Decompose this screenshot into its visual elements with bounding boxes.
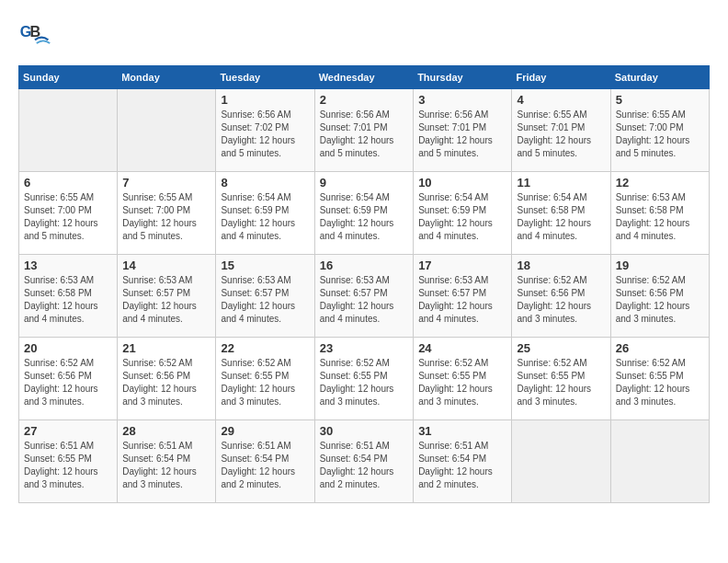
calendar-cell: 14Sunrise: 6:53 AM Sunset: 6:57 PM Dayli… (118, 255, 216, 338)
calendar-body: 1Sunrise: 6:56 AM Sunset: 7:02 PM Daylig… (19, 89, 710, 503)
calendar-cell: 13Sunrise: 6:53 AM Sunset: 6:58 PM Dayli… (19, 255, 118, 338)
day-number: 13 (24, 259, 112, 272)
day-number: 27 (24, 424, 112, 438)
day-number: 4 (517, 93, 605, 107)
day-number: 23 (320, 341, 408, 355)
day-detail: Sunrise: 6:53 AM Sunset: 6:58 PM Dayligh… (24, 274, 112, 326)
day-detail: Sunrise: 6:54 AM Sunset: 6:59 PM Dayligh… (418, 191, 506, 243)
weekday-row: SundayMondayTuesdayWednesdayThursdayFrid… (19, 66, 710, 89)
day-detail: Sunrise: 6:52 AM Sunset: 6:55 PM Dayligh… (517, 357, 605, 408)
day-detail: Sunrise: 6:52 AM Sunset: 6:56 PM Dayligh… (122, 357, 210, 408)
day-detail: Sunrise: 6:56 AM Sunset: 7:01 PM Dayligh… (418, 109, 506, 160)
calendar-cell: 16Sunrise: 6:53 AM Sunset: 6:57 PM Dayli… (314, 255, 413, 338)
calendar-cell: 12Sunrise: 6:53 AM Sunset: 6:58 PM Dayli… (610, 172, 709, 255)
page-header: G B (18, 18, 710, 52)
day-detail: Sunrise: 6:54 AM Sunset: 6:58 PM Dayligh… (517, 191, 605, 243)
weekday-header: Friday (512, 66, 610, 89)
calendar-cell: 23Sunrise: 6:52 AM Sunset: 6:55 PM Dayli… (314, 338, 413, 420)
day-detail: Sunrise: 6:53 AM Sunset: 6:57 PM Dayligh… (122, 274, 210, 326)
day-number: 2 (320, 93, 408, 107)
day-number: 31 (418, 424, 506, 438)
day-detail: Sunrise: 6:52 AM Sunset: 6:56 PM Dayligh… (616, 274, 704, 326)
calendar-cell (610, 420, 709, 503)
day-number: 16 (320, 259, 408, 272)
day-detail: Sunrise: 6:55 AM Sunset: 7:00 PM Dayligh… (616, 109, 704, 160)
calendar-cell: 30Sunrise: 6:51 AM Sunset: 6:54 PM Dayli… (314, 420, 413, 503)
day-detail: Sunrise: 6:52 AM Sunset: 6:55 PM Dayligh… (418, 357, 506, 408)
calendar-cell: 5Sunrise: 6:55 AM Sunset: 7:00 PM Daylig… (610, 89, 709, 172)
day-detail: Sunrise: 6:56 AM Sunset: 7:01 PM Dayligh… (320, 109, 408, 160)
calendar-week-row: 6Sunrise: 6:55 AM Sunset: 7:00 PM Daylig… (19, 172, 710, 255)
weekday-header: Sunday (19, 66, 118, 89)
calendar-cell: 31Sunrise: 6:51 AM Sunset: 6:54 PM Dayli… (414, 420, 512, 503)
calendar-week-row: 20Sunrise: 6:52 AM Sunset: 6:56 PM Dayli… (19, 338, 710, 420)
calendar-cell: 22Sunrise: 6:52 AM Sunset: 6:55 PM Dayli… (216, 338, 314, 420)
day-detail: Sunrise: 6:52 AM Sunset: 6:56 PM Dayligh… (24, 357, 112, 408)
weekday-header: Monday (118, 66, 216, 89)
calendar-cell: 18Sunrise: 6:52 AM Sunset: 6:56 PM Dayli… (512, 255, 610, 338)
day-number: 3 (418, 93, 506, 107)
calendar-cell: 21Sunrise: 6:52 AM Sunset: 6:56 PM Dayli… (118, 338, 216, 420)
weekday-header: Wednesday (314, 66, 413, 89)
day-detail: Sunrise: 6:55 AM Sunset: 7:00 PM Dayligh… (24, 191, 112, 243)
day-detail: Sunrise: 6:54 AM Sunset: 6:59 PM Dayligh… (320, 191, 408, 243)
calendar-cell: 19Sunrise: 6:52 AM Sunset: 6:56 PM Dayli… (610, 255, 709, 338)
logo-icon: G B (18, 18, 51, 52)
day-detail: Sunrise: 6:51 AM Sunset: 6:55 PM Dayligh… (24, 440, 112, 491)
calendar-cell: 11Sunrise: 6:54 AM Sunset: 6:58 PM Dayli… (512, 172, 610, 255)
day-number: 30 (320, 424, 408, 438)
day-detail: Sunrise: 6:53 AM Sunset: 6:58 PM Dayligh… (616, 191, 704, 243)
day-detail: Sunrise: 6:54 AM Sunset: 6:59 PM Dayligh… (221, 191, 309, 243)
calendar-cell: 6Sunrise: 6:55 AM Sunset: 7:00 PM Daylig… (19, 172, 118, 255)
day-number: 18 (517, 259, 605, 272)
day-number: 19 (616, 259, 704, 272)
calendar-table: SundayMondayTuesdayWednesdayThursdayFrid… (18, 65, 710, 503)
day-detail: Sunrise: 6:55 AM Sunset: 7:01 PM Dayligh… (517, 109, 605, 160)
calendar-cell: 27Sunrise: 6:51 AM Sunset: 6:55 PM Dayli… (19, 420, 118, 503)
calendar-cell: 3Sunrise: 6:56 AM Sunset: 7:01 PM Daylig… (414, 89, 512, 172)
calendar-cell: 29Sunrise: 6:51 AM Sunset: 6:54 PM Dayli… (216, 420, 314, 503)
day-number: 29 (221, 424, 309, 438)
calendar-header: SundayMondayTuesdayWednesdayThursdayFrid… (19, 66, 710, 89)
day-detail: Sunrise: 6:51 AM Sunset: 6:54 PM Dayligh… (221, 440, 309, 491)
day-detail: Sunrise: 6:51 AM Sunset: 6:54 PM Dayligh… (122, 440, 210, 491)
day-number: 24 (418, 341, 506, 355)
calendar-cell: 25Sunrise: 6:52 AM Sunset: 6:55 PM Dayli… (512, 338, 610, 420)
day-detail: Sunrise: 6:53 AM Sunset: 6:57 PM Dayligh… (221, 274, 309, 326)
calendar-cell: 17Sunrise: 6:53 AM Sunset: 6:57 PM Dayli… (414, 255, 512, 338)
weekday-header: Thursday (414, 66, 512, 89)
calendar-cell: 2Sunrise: 6:56 AM Sunset: 7:01 PM Daylig… (314, 89, 413, 172)
day-number: 17 (418, 259, 506, 272)
calendar-cell: 7Sunrise: 6:55 AM Sunset: 7:00 PM Daylig… (118, 172, 216, 255)
weekday-header: Saturday (610, 66, 709, 89)
day-detail: Sunrise: 6:52 AM Sunset: 6:55 PM Dayligh… (221, 357, 309, 408)
calendar-cell: 1Sunrise: 6:56 AM Sunset: 7:02 PM Daylig… (216, 89, 314, 172)
calendar-week-row: 1Sunrise: 6:56 AM Sunset: 7:02 PM Daylig… (19, 89, 710, 172)
calendar-cell: 28Sunrise: 6:51 AM Sunset: 6:54 PM Dayli… (118, 420, 216, 503)
day-detail: Sunrise: 6:53 AM Sunset: 6:57 PM Dayligh… (320, 274, 408, 326)
day-detail: Sunrise: 6:53 AM Sunset: 6:57 PM Dayligh… (418, 274, 506, 326)
day-detail: Sunrise: 6:51 AM Sunset: 6:54 PM Dayligh… (320, 440, 408, 491)
calendar-cell: 10Sunrise: 6:54 AM Sunset: 6:59 PM Dayli… (414, 172, 512, 255)
day-detail: Sunrise: 6:55 AM Sunset: 7:00 PM Dayligh… (122, 191, 210, 243)
calendar-cell: 8Sunrise: 6:54 AM Sunset: 6:59 PM Daylig… (216, 172, 314, 255)
day-number: 28 (122, 424, 210, 438)
calendar-week-row: 13Sunrise: 6:53 AM Sunset: 6:58 PM Dayli… (19, 255, 710, 338)
calendar-cell (118, 89, 216, 172)
day-number: 1 (221, 93, 309, 107)
day-number: 11 (517, 176, 605, 190)
day-number: 15 (221, 259, 309, 272)
logo: G B (18, 18, 57, 52)
day-number: 12 (616, 176, 704, 190)
day-number: 20 (24, 341, 112, 355)
calendar-cell: 24Sunrise: 6:52 AM Sunset: 6:55 PM Dayli… (414, 338, 512, 420)
day-number: 7 (122, 176, 210, 190)
calendar-cell (19, 89, 118, 172)
calendar-cell: 15Sunrise: 6:53 AM Sunset: 6:57 PM Dayli… (216, 255, 314, 338)
weekday-header: Tuesday (216, 66, 314, 89)
day-detail: Sunrise: 6:52 AM Sunset: 6:56 PM Dayligh… (517, 274, 605, 326)
day-number: 8 (221, 176, 309, 190)
day-detail: Sunrise: 6:52 AM Sunset: 6:55 PM Dayligh… (616, 357, 704, 408)
calendar-cell: 20Sunrise: 6:52 AM Sunset: 6:56 PM Dayli… (19, 338, 118, 420)
calendar-cell (512, 420, 610, 503)
